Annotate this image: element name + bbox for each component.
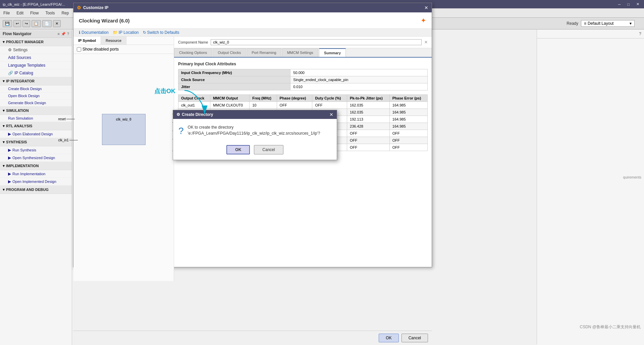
tab-ip-symbol[interactable]: IP Symbol [73, 37, 101, 45]
tab-clocking-options[interactable]: Clocking Options [174, 48, 212, 57]
flow-nav-help-icon[interactable]: ? [67, 32, 69, 36]
simulation-arrow: ▾ [3, 108, 5, 113]
dialog-ok-btn[interactable]: OK [226, 145, 250, 154]
watermark-text: CSDN @鲁棒最小二乘支持向量机 [580, 325, 641, 329]
toolbar-copy[interactable]: 📋 [32, 20, 41, 27]
col-phase-err: Phase Error (ps) [389, 95, 427, 102]
nav-run-implementation[interactable]: ▶ Run Implementation [0, 170, 72, 178]
simulation-title: SIMULATION [6, 109, 29, 113]
run-impl-icon: ▶ [8, 171, 11, 176]
cip-title: ⚙ Customize IP [77, 5, 108, 10]
simulation-header[interactable]: ▾ SIMULATION [0, 107, 72, 115]
nav-settings[interactable]: ⚙ Settings [0, 46, 72, 54]
toolbar-redo[interactable]: ↪ [22, 20, 30, 27]
menu-edit[interactable]: Edit [13, 9, 27, 17]
cell-phase-err-0: 164.985 [389, 102, 427, 109]
tab-summary[interactable]: Summary [319, 48, 346, 57]
implementation-header[interactable]: ▾ IMPLEMENTATION [0, 162, 72, 170]
layout-dropdown[interactable]: ≡ Default Layout ▾ [581, 20, 635, 27]
project-manager-header[interactable]: ▾ PROJECT MANAGER [0, 38, 72, 46]
help-icon[interactable]: ? [638, 31, 643, 37]
toolbar-save[interactable]: 💾 [3, 20, 12, 27]
col-mmcm-output: MMCM Output [210, 95, 249, 102]
toolbar-close[interactable]: ✕ [53, 20, 61, 27]
rtl-analysis-arrow: ▾ [3, 124, 5, 128]
port-reset: reset [58, 117, 78, 121]
section-ip-integrator: ▾ IP INTEGRATOR Create Block Design Open… [0, 77, 72, 107]
nav-add-sources[interactable]: Add Sources [0, 54, 72, 62]
clk-in1-line [69, 140, 78, 140]
menu-rep[interactable]: Rep [58, 9, 72, 17]
menu-flow[interactable]: Flow [27, 9, 42, 17]
ip-location-link[interactable]: 📁 IP Location [113, 30, 139, 35]
component-name-input[interactable] [211, 39, 422, 45]
attr-freq-name: Input Clock Frequency (MHz) [178, 69, 290, 76]
xilinx-logo: ✦ [421, 16, 426, 24]
flow-nav-pin-icon[interactable]: 📌 [61, 32, 66, 36]
nav-open-synthesized-design[interactable]: ▶ Open Synthesized Design [0, 154, 72, 162]
expand-arrow-icon2: ▶ [8, 155, 11, 160]
menu-tools[interactable]: Tools [42, 9, 58, 17]
tab-output-clocks[interactable]: Output Clocks [213, 48, 246, 57]
switch-defaults-link[interactable]: ↻ Switch to Defaults [143, 30, 179, 35]
cell-jitter-4: OFF [347, 130, 390, 137]
port-clk-in1: clk_in1 [58, 138, 78, 142]
requirements-placeholder: quirements [540, 175, 641, 179]
attr-freq-value: 50.000 [290, 69, 428, 76]
minimize-btn[interactable]: ─ [616, 2, 623, 6]
col-phase: Phase (degree) [277, 95, 312, 102]
section-program-debug: ▾ PROGRAM AND DEBUG [0, 186, 72, 194]
flow-nav-collapse-icon[interactable]: ≡ [57, 32, 59, 36]
synthesis-arrow: ▾ [3, 140, 5, 144]
col-freq: Freq (MHz) [250, 95, 277, 102]
flow-nav-header: Flow Navigator ≡ 📌 ? [0, 30, 72, 38]
documentation-link[interactable]: ℹ Documentation [79, 30, 109, 35]
cell-jitter-6: OFF [347, 144, 390, 151]
right-sidebar-toolbar: ? [537, 29, 644, 39]
component-name-clear[interactable]: ✕ [424, 40, 428, 45]
ip-block: clk_wiz_0 [102, 114, 146, 145]
nav-language-templates[interactable]: Language Templates [0, 62, 72, 69]
cip-toolbar: ℹ Documentation 📁 IP Location ↻ Switch t… [73, 29, 432, 37]
layout-label: Default Layout [588, 21, 613, 26]
col-jitter: Pk-to-Pk Jitter (ps) [347, 95, 390, 102]
cip-ok-btn[interactable]: OK [379, 334, 398, 342]
implementation-arrow: ▾ [3, 163, 5, 168]
cell-duty-0: OFF [312, 102, 347, 109]
program-debug-header[interactable]: ▾ PROGRAM AND DEBUG [0, 186, 72, 194]
toolbar-paste[interactable]: 📄 [42, 20, 52, 27]
question-icon: ? [178, 126, 184, 136]
program-debug-arrow: ▾ [3, 187, 5, 192]
nav-run-synthesis[interactable]: ▶ Run Synthesis [0, 146, 72, 154]
cip-cancel-btn[interactable]: Cancel [401, 334, 428, 342]
watermark: CSDN @鲁棒最小二乘支持向量机 [580, 324, 641, 330]
cell-phase-err-6: OFF [389, 144, 427, 151]
toolbar-undo[interactable]: ↩ [13, 20, 21, 27]
dialog-cancel-btn[interactable]: Cancel [254, 145, 283, 154]
clock-row-0: clk_out1 MMCM CLKOUT0 10 OFF OFF 162.035… [178, 102, 428, 109]
flow-nav-title: Flow Navigator [3, 31, 32, 36]
nav-generate-block-design[interactable]: Generate Block Design [0, 99, 72, 107]
tab-mmcm-settings[interactable]: MMCM Settings [282, 48, 318, 57]
maximize-btn[interactable]: □ [625, 2, 632, 6]
menu-file[interactable]: File [0, 9, 13, 17]
nav-open-implemented-design[interactable]: ▶ Open Implemented Design [0, 178, 72, 186]
dialog-close-btn[interactable]: ✕ [329, 112, 333, 117]
rtl-analysis-title: RTL ANALYSIS [6, 124, 32, 128]
ip-integrator-header[interactable]: ▾ IP INTEGRATOR [0, 77, 72, 85]
show-disabled-ports-checkbox[interactable] [77, 47, 81, 52]
cell-jitter-0: 162.035 [347, 102, 390, 109]
attr-row-jitter: Jitter 0.010 [178, 83, 428, 90]
nav-open-block-design[interactable]: Open Block Design [0, 92, 72, 99]
cip-tabs: Clocking Options Output Clocks Port Rena… [174, 48, 432, 58]
nav-ip-catalog[interactable]: 🔗 IP Catalog [0, 69, 72, 77]
cell-jitter-2: 192.113 [347, 116, 390, 123]
tab-resource[interactable]: Resource [101, 37, 126, 45]
nav-create-block-design[interactable]: Create Block Design [0, 85, 72, 92]
cip-close-btn[interactable]: ✕ [424, 5, 428, 10]
tab-port-renaming[interactable]: Port Renaming [247, 48, 281, 57]
close-btn[interactable]: ✕ [634, 2, 641, 6]
attr-source-value: Single_ended_clock_capable_pin [290, 76, 428, 83]
ip-panel-tabs: IP Symbol Resource [73, 37, 174, 45]
cell-phase-err-4: OFF [389, 130, 427, 137]
